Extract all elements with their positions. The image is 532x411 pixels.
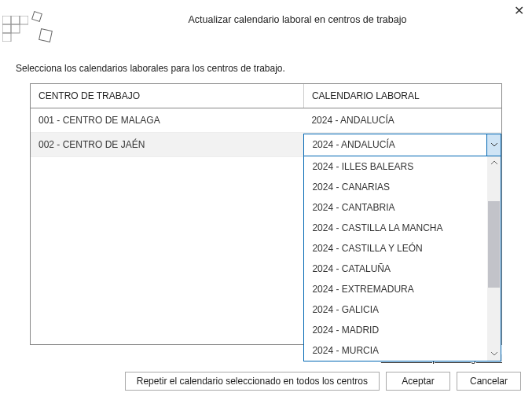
svg-rect-3	[2, 24, 11, 33]
svg-rect-7	[39, 29, 53, 42]
dialog-title: Actualizar calendario laboral en centros…	[71, 6, 524, 25]
svg-rect-2	[20, 16, 28, 24]
dropdown-option[interactable]: 2024 - CANTABRIA	[304, 197, 487, 218]
calendars-table: CENTRO DE TRABAJO CALENDARIO LABORAL 001…	[31, 84, 501, 157]
header-centro[interactable]: CENTRO DE TRABAJO	[31, 84, 303, 108]
dropdown-option[interactable]: 2024 - MADRID	[304, 320, 487, 340]
dropdown-option[interactable]: 2024 - MURCIA	[304, 340, 487, 361]
cell-centro: 002 - CENTRO DE JAÉN	[31, 133, 303, 157]
header-calendario[interactable]: CALENDARIO LABORAL	[303, 84, 501, 108]
calendar-select[interactable]: 2024 - ANDALUCÍA	[303, 134, 501, 156]
dropdown-scrollbar[interactable]	[487, 156, 501, 361]
calendars-table-container: CENTRO DE TRABAJO CALENDARIO LABORAL 001…	[30, 83, 502, 345]
dropdown-option[interactable]: 2024 - ILLES BALEARS	[304, 156, 487, 177]
dropdown-option[interactable]: 2024 - GALICIA	[304, 299, 487, 320]
repeat-calendar-button[interactable]: Repetir el calendario seleccionado en to…	[125, 372, 380, 391]
cancel-button[interactable]: Cancelar	[457, 372, 521, 391]
dropdown-option[interactable]: 2024 - CASTILLA LA MANCHA	[304, 218, 487, 238]
calendar-select-value: 2024 - ANDALUCÍA	[312, 139, 394, 150]
scroll-down-icon[interactable]	[487, 347, 501, 361]
button-bar: Repetir el calendario seleccionado en to…	[0, 369, 532, 391]
cell-calendario-select[interactable]: 2024 - ANDALUCÍA 2024 - ILLES BALEARS 20…	[303, 133, 501, 157]
svg-rect-0	[2, 16, 11, 24]
table-row[interactable]: 002 - CENTRO DE JAÉN 2024 - ANDALUCÍA 20…	[31, 133, 501, 157]
chevron-down-icon[interactable]	[486, 134, 501, 156]
svg-rect-4	[11, 24, 20, 33]
header-decorative-icon	[0, 6, 63, 50]
cell-centro: 001 - CENTRO DE MALAGA	[31, 108, 303, 133]
calendar-dropdown: 2024 - ILLES BALEARS 2024 - CANARIAS 202…	[303, 156, 501, 361]
scroll-thumb[interactable]	[488, 201, 500, 288]
dropdown-option[interactable]: 2024 - CATALUÑA	[304, 259, 487, 279]
svg-rect-5	[2, 33, 11, 42]
calendar-dropdown-list: 2024 - ILLES BALEARS 2024 - CANARIAS 202…	[304, 156, 487, 361]
close-button[interactable]: ✕	[514, 5, 524, 17]
dropdown-option[interactable]: 2024 - CASTILLA Y LEÓN	[304, 238, 487, 259]
cell-calendario[interactable]: 2024 - ANDALUCÍA	[303, 108, 501, 133]
svg-rect-6	[32, 12, 42, 22]
dropdown-option[interactable]: 2024 - EXTREMADURA	[304, 279, 487, 299]
scroll-track[interactable]	[487, 170, 501, 347]
table-row[interactable]: 001 - CENTRO DE MALAGA 2024 - ANDALUCÍA	[31, 108, 501, 133]
svg-rect-1	[11, 16, 20, 24]
accept-button[interactable]: Aceptar	[386, 372, 450, 391]
dialog-header: Actualizar calendario laboral en centros…	[0, 0, 532, 47]
instruction-text: Selecciona los calendarios laborales par…	[0, 47, 532, 83]
dropdown-option[interactable]: 2024 - CANARIAS	[304, 177, 487, 197]
scroll-up-icon[interactable]	[487, 156, 501, 170]
